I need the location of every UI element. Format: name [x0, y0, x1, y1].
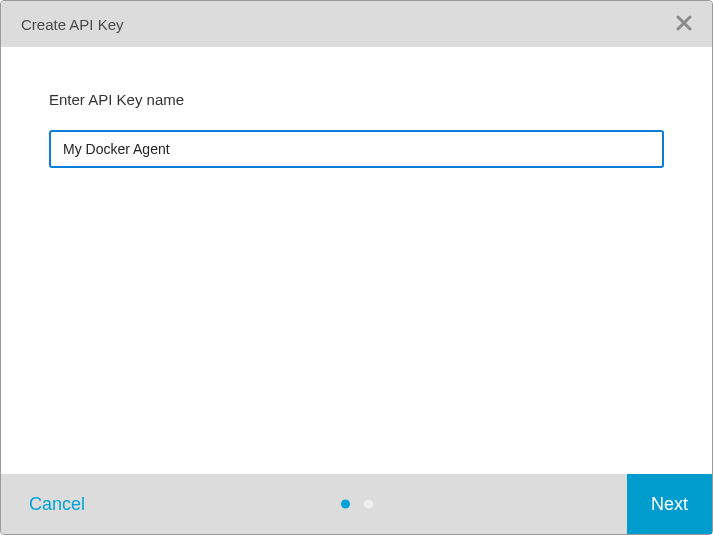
- modal-body: Enter API Key name: [1, 47, 712, 474]
- step-indicator: [341, 500, 373, 509]
- step-dot-1: [341, 500, 350, 509]
- modal-footer: Cancel Next: [1, 474, 712, 534]
- modal-title: Create API Key: [21, 16, 124, 33]
- close-icon: [676, 11, 692, 36]
- cancel-button[interactable]: Cancel: [1, 474, 113, 534]
- step-dot-2: [364, 500, 373, 509]
- create-api-key-modal: Create API Key Enter API Key name Cancel…: [0, 0, 713, 535]
- api-key-name-input[interactable]: [49, 130, 664, 168]
- next-button[interactable]: Next: [627, 474, 712, 534]
- close-button[interactable]: [674, 13, 694, 35]
- api-key-name-label: Enter API Key name: [49, 91, 664, 108]
- modal-header: Create API Key: [1, 1, 712, 47]
